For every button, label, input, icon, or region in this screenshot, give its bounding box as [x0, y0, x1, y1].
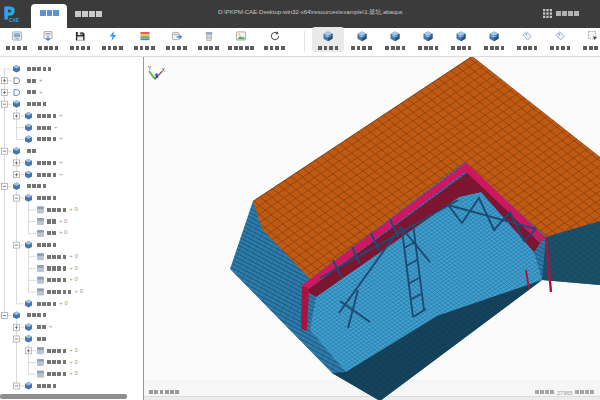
svg-text:CAE: CAE: [9, 18, 20, 23]
